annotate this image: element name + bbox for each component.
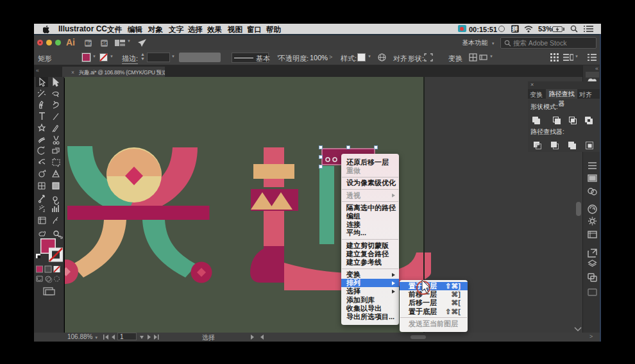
svg-text:«: « — [595, 65, 598, 72]
